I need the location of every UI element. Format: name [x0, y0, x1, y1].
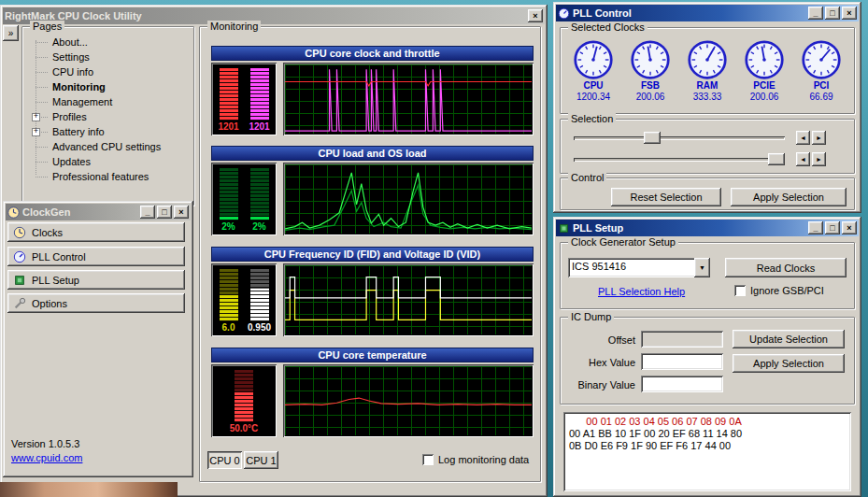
ignore-gsb-pci-checkbox[interactable]: Ignore GSB/PCI [734, 285, 824, 296]
cpuid-link[interactable]: www.cpuid.com [11, 452, 82, 463]
minimize-button[interactable]: _ [808, 221, 823, 234]
temperature-bar-panel: 50.0°C [211, 364, 277, 437]
offset-field[interactable] [641, 331, 723, 348]
bar-value: 2% [221, 220, 235, 233]
maximize-icon: □ [830, 8, 834, 18]
clock-graph [283, 63, 534, 135]
clock-bar-panel: 12011201 [211, 63, 277, 135]
chip-select-value: ICS 951416 [568, 258, 694, 277]
gauge-dial [801, 39, 842, 80]
maximize-button[interactable]: □ [825, 221, 840, 234]
ic-dump-group: IC Dump Offset Update Selection Hex Valu… [560, 317, 855, 405]
close-icon: × [847, 8, 851, 18]
sidebar-item-management[interactable]: Management [24, 94, 192, 109]
sidebar-item-about[interactable]: About... [24, 35, 192, 50]
desktop-photo-fragment [0, 482, 178, 497]
reset-selection-button[interactable]: Reset Selection [611, 188, 721, 206]
maximize-icon: □ [830, 223, 834, 233]
window-title: PLL Control [573, 7, 805, 19]
close-button[interactable]: × [528, 9, 543, 22]
maximize-button[interactable]: □ [825, 7, 840, 20]
slider-thumb[interactable] [768, 153, 785, 165]
hex-value-field[interactable] [641, 353, 723, 370]
pll-control-client: Selected Clocks CPU1200.34FSB200.06RAM33… [556, 21, 859, 210]
bar-value: 6.0 [222, 321, 235, 334]
pll-control-titlebar[interactable]: PLL Control _ □ × [556, 5, 859, 21]
slider-left-button[interactable]: ◄ [796, 152, 810, 166]
temperature-graph [283, 364, 534, 437]
binary-value-label: Binary Value [564, 379, 635, 390]
gauge-name: CPU [583, 80, 603, 92]
sidebar-item-updates[interactable]: Updates [24, 154, 192, 169]
sidebar-item-cpu-info[interactable]: CPU info [24, 64, 192, 79]
slider-thumb[interactable] [644, 132, 661, 144]
bar-meter-column [250, 269, 269, 321]
ic-dump-label: IC Dump [568, 311, 614, 322]
read-clocks-button[interactable]: Read Clocks [725, 258, 847, 277]
bar-value: 1201 [249, 121, 269, 133]
button-label: PLL Control [32, 251, 86, 263]
sidebar-item-battery-info[interactable]: +Battery info [24, 124, 192, 139]
pll-setup-button[interactable]: PLL Setup [7, 270, 185, 290]
graph-plot [285, 366, 532, 435]
selection-slider-2: ◄ ► [568, 150, 847, 169]
clock-generator-setup-label: Clock Generator Setup [568, 236, 678, 248]
close-button[interactable]: × [174, 206, 189, 219]
sidebar-item-advanced-cpu-settings[interactable]: Advanced CPU settings [24, 139, 192, 154]
sidebar-item-label: Monitoring [52, 81, 106, 92]
checkbox-box[interactable] [734, 285, 746, 296]
wrench-icon [13, 297, 26, 310]
slider-track[interactable] [574, 158, 785, 162]
clocks-button[interactable]: Clocks [7, 222, 185, 242]
sidebar-item-profiles[interactable]: +Profiles [24, 109, 192, 124]
tab-cpu1[interactable]: CPU 1 [244, 451, 278, 469]
apply-selection-button[interactable]: Apply Selection [731, 188, 847, 206]
gauge-row: CPU1200.34FSB200.06RAM333.33PCIE200.06PC… [566, 39, 848, 103]
arrow-left-icon: ◄ [800, 156, 806, 163]
pll-control-button[interactable]: PLL Control [7, 247, 185, 266]
chevron-right-icon: » [8, 28, 14, 38]
pages-collapse-button[interactable]: » [3, 25, 19, 41]
options-button[interactable]: Options [7, 293, 185, 313]
slider-left-button[interactable]: ◄ [796, 131, 810, 145]
gauge-pcie: PCIE200.06 [737, 39, 791, 103]
close-button[interactable]: × [842, 7, 857, 20]
sidebar-item-monitoring[interactable]: Monitoring [24, 79, 192, 94]
clockgen-titlebar[interactable]: ClockGen _ □ × [6, 204, 191, 220]
expand-plus-icon[interactable]: + [32, 113, 40, 121]
sidebar-item-settings[interactable]: Settings [24, 50, 192, 64]
log-monitoring-checkbox[interactable]: Log monitoring data [422, 454, 529, 465]
gauge-value: 333.33 [693, 92, 722, 103]
monitoring-group-label: Monitoring [207, 21, 261, 32]
close-button[interactable]: × [842, 221, 857, 234]
ic-dump-hex-view[interactable]: 00 01 02 03 04 05 06 07 08 09 0A 00 A1 B… [563, 412, 851, 491]
slider-right-button[interactable]: ► [812, 152, 826, 166]
minimize-button[interactable]: _ [808, 7, 823, 20]
chevron-down-icon[interactable]: ▼ [694, 258, 710, 277]
gauge-name: FSB [641, 80, 660, 92]
bar-meter: 1201 [249, 68, 271, 133]
pll-setup-titlebar[interactable]: PLL Setup _ □ × [556, 220, 859, 236]
gauge-name: PCIE [753, 80, 775, 92]
sidebar-item-label: Advanced CPU settings [52, 141, 161, 152]
maximize-button[interactable]: □ [157, 206, 172, 219]
tab-cpu0[interactable]: CPU 0 [207, 451, 242, 469]
rmclock-titlebar[interactable]: RightMark CPU Clock Utility × [3, 7, 545, 24]
bar-meter-column [235, 370, 253, 422]
slider-right-button[interactable]: ► [812, 131, 826, 145]
minimize-button[interactable]: _ [140, 206, 155, 219]
binary-value-field[interactable] [641, 376, 723, 392]
expand-plus-icon[interactable]: + [32, 128, 40, 136]
apply-selection-button[interactable]: Apply Selection [733, 354, 845, 373]
selection-slider-1: ◄ ► [568, 129, 847, 148]
bar-meter: 1201 [218, 68, 240, 133]
pll-selection-help-link[interactable]: PLL Selection Help [598, 286, 685, 297]
clock-icon [7, 206, 20, 219]
update-selection-button[interactable]: Update Selection [733, 330, 845, 348]
checkbox-box[interactable] [422, 454, 434, 465]
chip-select[interactable]: ICS 951416 ▼ [568, 258, 710, 277]
arrow-right-icon: ► [816, 156, 822, 163]
sidebar-item-professional-features[interactable]: Professional features [24, 169, 192, 184]
selection-group: Selection ◄ ► ◄ ► [560, 119, 855, 174]
slider-track[interactable] [574, 136, 785, 140]
